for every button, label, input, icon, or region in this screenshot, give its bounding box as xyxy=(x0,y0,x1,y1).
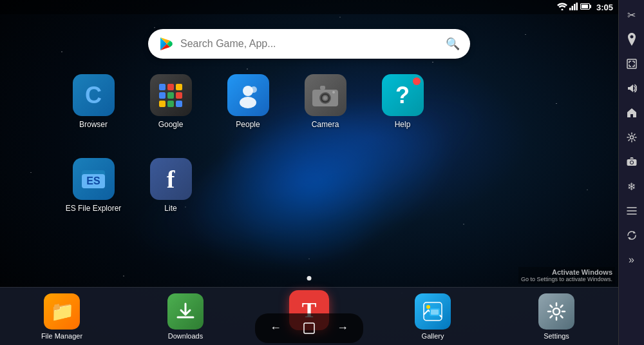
toolbar-btn-screen[interactable] xyxy=(620,52,643,75)
nav-overlay: ← → xyxy=(255,313,363,343)
svg-point-24 xyxy=(426,305,430,309)
right-toolbar: ✂ ❄ xyxy=(618,0,644,345)
toolbar-btn-home[interactable] xyxy=(620,101,643,124)
back-button[interactable]: ← xyxy=(264,317,287,340)
app-icon-google[interactable]: Google xyxy=(135,71,206,148)
toolbar-btn-freeze[interactable]: ❄ xyxy=(620,175,643,198)
app-icon-esfile[interactable]: ES ES File Explorer xyxy=(58,155,129,232)
android-screen: 3:05 xyxy=(0,0,618,345)
battery-icon xyxy=(580,3,592,12)
svg-rect-4 xyxy=(576,3,578,10)
taskbar-item-gallery[interactable]: Gallery xyxy=(371,293,495,340)
taskbar-item-shopping[interactable]: T ← → xyxy=(247,295,371,338)
svg-rect-28 xyxy=(627,59,636,68)
toolbar-btn-scissors[interactable]: ✂ xyxy=(620,3,643,26)
app-icon-people[interactable]: People xyxy=(213,71,283,148)
taskbar-item-settings[interactable]: Settings xyxy=(495,293,618,340)
taskbar-item-downloads[interactable]: Downloads xyxy=(124,293,247,340)
svg-point-15 xyxy=(323,96,327,100)
page-dot-1 xyxy=(307,276,312,281)
status-icons: 3:05 xyxy=(557,3,613,12)
svg-rect-6 xyxy=(589,5,591,8)
play-store-logo xyxy=(158,36,174,52)
svg-rect-1 xyxy=(569,8,571,10)
svg-rect-3 xyxy=(574,4,576,10)
windows-activation: Activate Windows Go to Settings to activ… xyxy=(518,267,615,284)
svg-point-9 xyxy=(240,97,256,108)
recent-button[interactable]: → xyxy=(331,317,354,340)
apps-grid: C Browser Google xyxy=(58,71,438,232)
svg-point-0 xyxy=(561,9,563,11)
svg-rect-16 xyxy=(320,86,325,90)
toolbar-btn-camera[interactable] xyxy=(620,150,643,173)
signal-icon xyxy=(569,3,578,12)
svg-rect-26 xyxy=(431,310,439,315)
svg-point-10 xyxy=(251,86,257,93)
toolbar-btn-location[interactable] xyxy=(620,28,643,51)
svg-rect-21 xyxy=(304,323,314,333)
svg-rect-2 xyxy=(571,6,573,10)
svg-point-27 xyxy=(553,308,560,315)
toolbar-btn-expand[interactable]: » xyxy=(620,248,643,271)
home-button[interactable] xyxy=(298,317,321,340)
app-icon-help[interactable]: ? Help xyxy=(367,71,438,148)
app-icon-camera[interactable]: Camera xyxy=(290,71,361,148)
app-icon-browser[interactable]: C Browser xyxy=(58,71,129,148)
toolbar-btn-menu[interactable] xyxy=(620,199,643,222)
wifi-icon xyxy=(557,3,567,12)
toolbar-btn-volume[interactable] xyxy=(620,77,643,100)
search-icon[interactable]: 🔍 xyxy=(446,37,460,51)
app-icon-facebook[interactable]: f Lite xyxy=(135,155,206,232)
search-input[interactable] xyxy=(180,38,439,50)
status-bar: 3:05 xyxy=(0,0,618,14)
taskbar-item-filemanager[interactable]: 📁 File Manager xyxy=(0,293,124,340)
svg-rect-7 xyxy=(582,5,588,8)
search-bar[interactable]: 🔍 xyxy=(148,29,470,59)
svg-point-32 xyxy=(630,161,633,164)
taskbar: 📁 File Manager Downloads T ← xyxy=(0,287,618,345)
svg-text:ES: ES xyxy=(86,175,100,186)
svg-point-29 xyxy=(630,136,633,139)
page-indicator xyxy=(307,276,312,281)
status-time: 3:05 xyxy=(596,3,613,12)
toolbar-btn-rotate[interactable] xyxy=(620,224,643,247)
svg-point-17 xyxy=(332,91,335,94)
toolbar-btn-settings[interactable] xyxy=(620,126,643,149)
